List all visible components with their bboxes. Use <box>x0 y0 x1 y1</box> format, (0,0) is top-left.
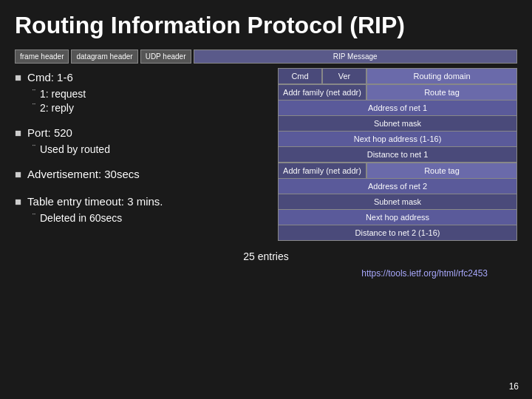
slide: Routing Information Protocol (RIP) frame… <box>0 0 532 399</box>
rip-table: Cmd Ver Routing domain Addr family (net … <box>278 68 517 241</box>
cmd-label: Cmd: 1-6 <box>27 71 73 83</box>
rip-row-nexthop1: Next hop address (1-16) <box>278 132 517 147</box>
rip-row-nexthop2: Next hop address <box>278 210 517 225</box>
table-entry-section: ■ Table entry timeout: 3 mins. ¨ Deleted… <box>15 195 266 226</box>
rip-ver-cell: Ver <box>322 68 366 84</box>
port-section: ■ Port: 520 ¨ Used by routed <box>15 126 266 157</box>
rip-addr-cell-1: Addr family (net addr) <box>278 84 366 100</box>
rip-routing-domain-cell: Routing domain <box>366 68 517 84</box>
content-area: ■ Cmd: 1-6 ¨ 1: request ¨ 2: reply <box>15 68 517 241</box>
sub-icon-table: ¨ <box>33 212 35 222</box>
page-title: Routing Information Protocol (RIP) <box>15 12 517 39</box>
rip-row-subnet2: Subnet mask <box>278 194 517 210</box>
port-subbullets: ¨ Used by routed <box>33 143 266 155</box>
bullet-dot: ■ <box>15 71 21 83</box>
rip-tag-cell-1: Route tag <box>366 84 517 100</box>
rip-addr-cell-2: Addr family (net addr) <box>278 163 366 179</box>
sub-icon-1: ¨ <box>33 102 35 112</box>
sub-icon-0: ¨ <box>33 88 35 98</box>
sub-icon-port: ¨ <box>33 143 35 154</box>
rip-section-2: Addr family (net addr) Route tag Address… <box>278 163 517 241</box>
rip-top-row: Cmd Ver Routing domain <box>278 68 517 84</box>
rip-row-distance1: Distance to net 1 <box>278 147 517 163</box>
bullet-dot-advert: ■ <box>15 168 21 180</box>
udp-header-box: UDP header <box>140 50 191 64</box>
frame-header-box: frame header <box>15 50 69 64</box>
cmd-section: ■ Cmd: 1-6 ¨ 1: request ¨ 2: reply <box>15 71 266 116</box>
datagram-header-box: datagram header <box>71 50 137 64</box>
cmd-subbullets: ¨ 1: request ¨ 2: reply <box>33 88 266 114</box>
bullet-dot-table: ■ <box>15 195 21 208</box>
advert-section: ■ Advertisement: 30secs <box>15 168 266 185</box>
protocol-header-row: frame header datagram header UDP header … <box>15 50 517 64</box>
table-entry-label: Table entry timeout: 3 mins. <box>27 195 163 208</box>
rip-row-addr-net2: Address of net 2 <box>278 179 517 194</box>
footer-link: https://tools.ietf.org/html/rfc2453 <box>361 268 488 279</box>
table-entry-sub-0: ¨ Deleted in 60secs <box>33 212 266 224</box>
rip-addr-row-1: Addr family (net addr) Route tag <box>278 84 517 100</box>
advert-bullet: ■ Advertisement: 30secs <box>15 168 266 180</box>
port-bullet: ■ Port: 520 <box>15 126 266 139</box>
rip-row-subnet1: Subnet mask <box>278 116 517 132</box>
cmd-sub-label-1: 2: reply <box>40 102 74 114</box>
page-number: 16 <box>509 381 519 392</box>
table-entry-bullet: ■ Table entry timeout: 3 mins. <box>15 195 266 208</box>
rip-cmd-cell: Cmd <box>278 68 322 84</box>
entries-text: 25 entries <box>243 250 288 262</box>
table-entry-subbullets: ¨ Deleted in 60secs <box>33 212 266 224</box>
bullet-dot-port: ■ <box>15 126 21 139</box>
rip-tag-cell-2: Route tag <box>366 163 517 179</box>
rip-row-addr-net1: Address of net 1 <box>278 100 517 116</box>
cmd-sub-1: ¨ 2: reply <box>33 102 266 114</box>
port-sub-0: ¨ Used by routed <box>33 143 266 155</box>
rip-row-distance2: Distance to net 2 (1-16) <box>278 225 517 241</box>
cmd-bullet: ■ Cmd: 1-6 <box>15 71 266 83</box>
rip-addr-row-2: Addr family (net addr) Route tag <box>278 163 517 179</box>
port-label: Port: 520 <box>27 126 72 139</box>
rip-header-box: RIP Message <box>194 50 517 64</box>
rip-section-1: Addr family (net addr) Route tag Address… <box>278 84 517 163</box>
port-sub-label-0: Used by routed <box>40 143 110 155</box>
table-entry-sub-label-0: Deleted in 60secs <box>40 212 122 224</box>
advert-label: Advertisement: 30secs <box>27 168 140 180</box>
cmd-sub-label-0: 1: request <box>40 88 86 100</box>
left-panel: ■ Cmd: 1-6 ¨ 1: request ¨ 2: reply <box>15 68 266 241</box>
cmd-sub-0: ¨ 1: request <box>33 88 266 100</box>
